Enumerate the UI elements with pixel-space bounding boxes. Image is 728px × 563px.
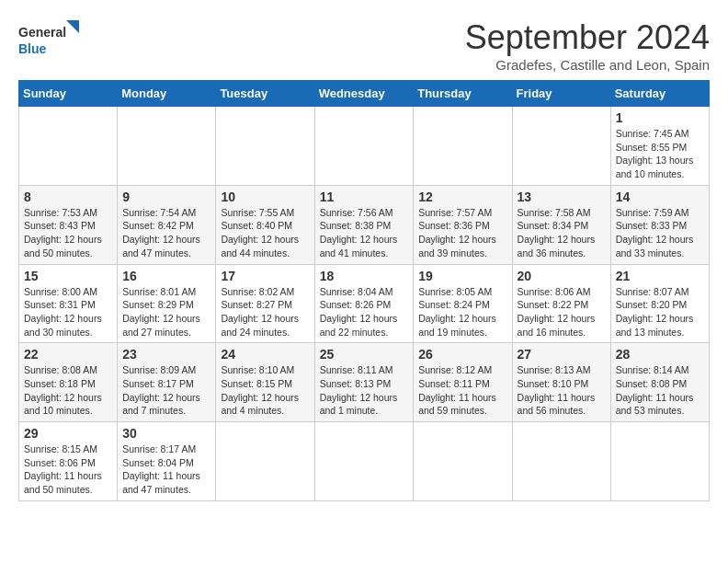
day-number: 27 bbox=[518, 347, 606, 362]
day-number: 23 bbox=[122, 347, 210, 362]
day-info: Sunrise: 8:10 AMSunset: 8:15 PMDaylight:… bbox=[221, 364, 299, 416]
weekday-header-monday: Monday bbox=[118, 81, 216, 107]
day-info: Sunrise: 7:55 AMSunset: 8:40 PMDaylight:… bbox=[221, 207, 299, 259]
calendar-day: 25 Sunrise: 8:11 AMSunset: 8:13 PMDaylig… bbox=[314, 343, 414, 422]
calendar-day: 21 Sunrise: 8:07 AMSunset: 8:20 PMDaylig… bbox=[610, 264, 709, 343]
day-number: 21 bbox=[616, 269, 704, 283]
day-info: Sunrise: 8:13 AMSunset: 8:10 PMDaylight:… bbox=[518, 364, 596, 416]
day-info: Sunrise: 7:57 AMSunset: 8:36 PMDaylight:… bbox=[418, 207, 496, 259]
empty-cell bbox=[512, 107, 610, 186]
calendar-day: 24 Sunrise: 8:10 AMSunset: 8:15 PMDaylig… bbox=[216, 343, 314, 422]
weekday-header-sunday: Sunday bbox=[19, 81, 118, 107]
calendar-day: 30 Sunrise: 8:17 AMSunset: 8:04 PMDaylig… bbox=[118, 422, 216, 501]
calendar-day: 14 Sunrise: 7:59 AMSunset: 8:33 PMDaylig… bbox=[610, 185, 709, 264]
calendar-day: 15 Sunrise: 8:00 AMSunset: 8:31 PMDaylig… bbox=[19, 264, 118, 343]
day-number: 16 bbox=[122, 269, 210, 283]
calendar-week-row: 15 Sunrise: 8:00 AMSunset: 8:31 PMDaylig… bbox=[19, 264, 710, 343]
calendar-day: 20 Sunrise: 8:06 AMSunset: 8:22 PMDaylig… bbox=[512, 264, 610, 343]
header: General Blue September 2024 Gradefes, Ca… bbox=[18, 18, 710, 73]
day-number: 12 bbox=[418, 190, 506, 204]
day-number: 8 bbox=[24, 190, 112, 204]
day-info: Sunrise: 8:09 AMSunset: 8:17 PMDaylight:… bbox=[122, 364, 200, 416]
day-number: 13 bbox=[518, 190, 606, 204]
day-info: Sunrise: 7:59 AMSunset: 8:33 PMDaylight:… bbox=[616, 207, 694, 259]
day-info: Sunrise: 8:04 AMSunset: 8:26 PMDaylight:… bbox=[320, 286, 398, 338]
day-info: Sunrise: 7:56 AMSunset: 8:38 PMDaylight:… bbox=[320, 207, 398, 259]
calendar-day: 19 Sunrise: 8:05 AMSunset: 8:24 PMDaylig… bbox=[414, 264, 512, 343]
empty-cell bbox=[216, 422, 314, 501]
day-number: 14 bbox=[616, 190, 704, 204]
day-number: 24 bbox=[221, 347, 309, 362]
calendar-day: 29 Sunrise: 8:15 AMSunset: 8:06 PMDaylig… bbox=[19, 422, 118, 501]
day-info: Sunrise: 7:45 AMSunset: 8:55 PMDaylight:… bbox=[616, 128, 694, 179]
weekday-header-friday: Friday bbox=[512, 81, 610, 107]
day-info: Sunrise: 8:06 AMSunset: 8:22 PMDaylight:… bbox=[518, 286, 596, 338]
weekday-header-tuesday: Tuesday bbox=[216, 81, 314, 107]
day-number: 18 bbox=[320, 269, 409, 283]
weekday-header-thursday: Thursday bbox=[414, 81, 512, 107]
logo: General Blue bbox=[18, 18, 83, 63]
logo-svg: General Blue bbox=[18, 18, 83, 63]
empty-cell bbox=[414, 107, 512, 186]
calendar-week-row: 29 Sunrise: 8:15 AMSunset: 8:06 PMDaylig… bbox=[19, 422, 710, 501]
day-info: Sunrise: 8:12 AMSunset: 8:11 PMDaylight:… bbox=[418, 364, 496, 416]
calendar-day: 18 Sunrise: 8:04 AMSunset: 8:26 PMDaylig… bbox=[314, 264, 414, 343]
empty-cell bbox=[19, 107, 118, 186]
title-area: September 2024 Gradefes, Castille and Le… bbox=[465, 18, 710, 73]
day-number: 11 bbox=[320, 190, 409, 204]
calendar-day: 1 Sunrise: 7:45 AMSunset: 8:55 PMDayligh… bbox=[610, 107, 709, 186]
calendar-table: SundayMondayTuesdayWednesdayThursdayFrid… bbox=[18, 80, 710, 501]
calendar-day: 22 Sunrise: 8:08 AMSunset: 8:18 PMDaylig… bbox=[19, 343, 118, 422]
day-info: Sunrise: 8:15 AMSunset: 8:06 PMDaylight:… bbox=[24, 443, 102, 495]
day-info: Sunrise: 8:01 AMSunset: 8:29 PMDaylight:… bbox=[122, 286, 200, 338]
empty-cell bbox=[118, 107, 216, 186]
calendar-week-row: 8 Sunrise: 7:53 AMSunset: 8:43 PMDayligh… bbox=[19, 185, 710, 264]
weekday-header-wednesday: Wednesday bbox=[314, 81, 414, 107]
svg-marker-2 bbox=[66, 20, 79, 33]
day-number: 17 bbox=[221, 269, 309, 283]
empty-cell bbox=[512, 422, 610, 501]
day-info: Sunrise: 8:02 AMSunset: 8:27 PMDaylight:… bbox=[221, 286, 299, 338]
calendar-day: 9 Sunrise: 7:54 AMSunset: 8:42 PMDayligh… bbox=[118, 185, 216, 264]
weekday-header-row: SundayMondayTuesdayWednesdayThursdayFrid… bbox=[19, 81, 710, 107]
calendar-day: 26 Sunrise: 8:12 AMSunset: 8:11 PMDaylig… bbox=[414, 343, 512, 422]
empty-cell bbox=[314, 422, 414, 501]
day-number: 29 bbox=[24, 426, 112, 441]
day-number: 20 bbox=[518, 269, 606, 283]
day-info: Sunrise: 8:07 AMSunset: 8:20 PMDaylight:… bbox=[616, 286, 694, 338]
empty-cell bbox=[414, 422, 512, 501]
day-number: 26 bbox=[418, 347, 506, 362]
day-info: Sunrise: 7:58 AMSunset: 8:34 PMDaylight:… bbox=[518, 207, 596, 259]
calendar-day: 11 Sunrise: 7:56 AMSunset: 8:38 PMDaylig… bbox=[314, 185, 414, 264]
day-number: 22 bbox=[24, 347, 112, 362]
day-info: Sunrise: 8:08 AMSunset: 8:18 PMDaylight:… bbox=[24, 364, 102, 416]
day-number: 30 bbox=[122, 426, 210, 441]
calendar-day: 27 Sunrise: 8:13 AMSunset: 8:10 PMDaylig… bbox=[512, 343, 610, 422]
calendar-day: 17 Sunrise: 8:02 AMSunset: 8:27 PMDaylig… bbox=[216, 264, 314, 343]
day-number: 25 bbox=[320, 347, 409, 362]
day-number: 28 bbox=[616, 347, 704, 362]
calendar-day: 12 Sunrise: 7:57 AMSunset: 8:36 PMDaylig… bbox=[414, 185, 512, 264]
calendar-day: 10 Sunrise: 7:55 AMSunset: 8:40 PMDaylig… bbox=[216, 185, 314, 264]
day-info: Sunrise: 7:53 AMSunset: 8:43 PMDaylight:… bbox=[24, 207, 102, 259]
day-number: 1 bbox=[616, 110, 704, 125]
day-number: 9 bbox=[122, 190, 210, 204]
svg-text:General: General bbox=[18, 25, 66, 40]
day-info: Sunrise: 7:54 AMSunset: 8:42 PMDaylight:… bbox=[122, 207, 200, 259]
calendar-day: 13 Sunrise: 7:58 AMSunset: 8:34 PMDaylig… bbox=[512, 185, 610, 264]
day-number: 15 bbox=[24, 269, 112, 283]
month-title: September 2024 bbox=[465, 18, 710, 57]
calendar-day: 23 Sunrise: 8:09 AMSunset: 8:17 PMDaylig… bbox=[118, 343, 216, 422]
calendar-week-row: 1 Sunrise: 7:45 AMSunset: 8:55 PMDayligh… bbox=[19, 107, 710, 186]
weekday-header-saturday: Saturday bbox=[610, 81, 709, 107]
calendar-day: 28 Sunrise: 8:14 AMSunset: 8:08 PMDaylig… bbox=[610, 343, 709, 422]
day-info: Sunrise: 8:17 AMSunset: 8:04 PMDaylight:… bbox=[122, 443, 200, 495]
empty-cell bbox=[314, 107, 414, 186]
day-info: Sunrise: 8:00 AMSunset: 8:31 PMDaylight:… bbox=[24, 286, 102, 338]
day-number: 10 bbox=[221, 190, 309, 204]
calendar-day: 8 Sunrise: 7:53 AMSunset: 8:43 PMDayligh… bbox=[19, 185, 118, 264]
day-info: Sunrise: 8:14 AMSunset: 8:08 PMDaylight:… bbox=[616, 364, 694, 416]
day-info: Sunrise: 8:05 AMSunset: 8:24 PMDaylight:… bbox=[418, 286, 496, 338]
location-title: Gradefes, Castille and Leon, Spain bbox=[465, 57, 710, 73]
day-number: 19 bbox=[418, 269, 506, 283]
